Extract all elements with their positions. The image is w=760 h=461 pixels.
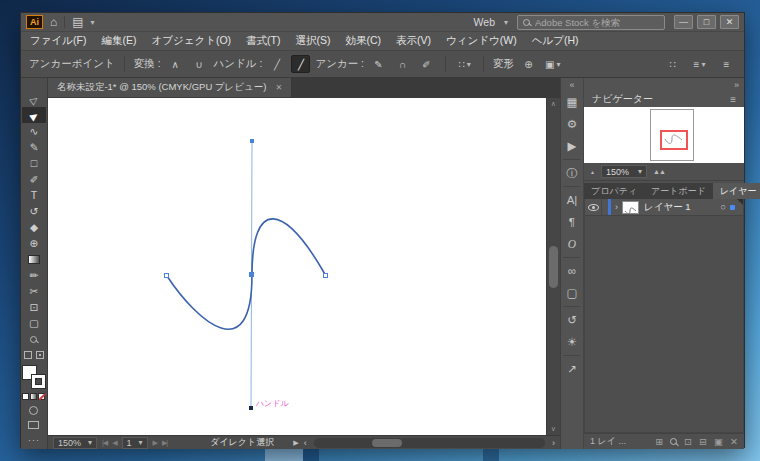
paintbrush-tool[interactable]: ✐ <box>22 171 46 187</box>
menu-window[interactable]: ウィンドウ(W) <box>446 34 517 48</box>
horizontal-scrollbar[interactable] <box>314 438 545 448</box>
scroll-right-icon[interactable]: › <box>552 438 555 448</box>
navigator-preview[interactable] <box>584 107 744 163</box>
stroke-swatch[interactable] <box>32 375 45 388</box>
menu-edit[interactable]: 編集(E) <box>101 34 136 48</box>
menu-help[interactable]: ヘルプ(H) <box>532 34 579 48</box>
target-circle-icon[interactable]: ○ <box>721 202 726 212</box>
menu-object[interactable]: オブジェクト(O) <box>151 34 231 48</box>
character-icon[interactable]: A| <box>561 189 583 211</box>
bezier-path[interactable] <box>167 219 326 329</box>
actions-play-icon[interactable]: ▶ <box>561 135 583 157</box>
tab-layers[interactable]: レイヤー <box>713 183 760 199</box>
chevron-down-icon[interactable]: ▾ <box>91 18 95 27</box>
collapse-dock-icon[interactable]: « <box>569 78 574 91</box>
last-artboard-icon[interactable]: ▶| <box>162 439 167 447</box>
edit-toolbar-button[interactable]: ··· <box>28 435 40 445</box>
info-icon[interactable]: ⓘ <box>561 162 583 184</box>
expand-dock-icon[interactable]: » <box>734 80 739 90</box>
close-button[interactable]: ✕ <box>720 15 739 29</box>
handle-endpoint-top[interactable] <box>250 139 254 143</box>
links-icon[interactable]: ∞ <box>561 260 583 282</box>
menu-effect[interactable]: 効果(C) <box>345 34 381 48</box>
search-input[interactable] <box>535 17 659 28</box>
screen-mode-icon[interactable] <box>28 421 39 429</box>
expand-layer-icon[interactable]: › <box>615 202 618 212</box>
workspace-label[interactable]: Web <box>474 16 495 28</box>
collect-for-export-icon[interactable]: ⊞ <box>655 436 663 447</box>
vertical-scrollbar[interactable]: ∧ ∨ <box>546 98 560 435</box>
libraries-icon[interactable]: ▦ <box>561 91 583 113</box>
tab-close-icon[interactable]: ✕ <box>275 83 282 92</box>
round-corner-button[interactable]: ∩ <box>393 55 412 73</box>
layers-empty-area[interactable] <box>585 216 743 432</box>
maximize-button[interactable]: □ <box>697 15 716 29</box>
color-button[interactable] <box>22 393 29 400</box>
new-layer-icon[interactable]: ▣ <box>714 436 723 447</box>
draw-normal-icon[interactable] <box>24 351 32 359</box>
anchor-point-middle-selected[interactable] <box>249 272 254 277</box>
vertical-scrollbar-thumb[interactable] <box>549 246 558 288</box>
paragraph-icon[interactable]: ¶ <box>561 211 583 233</box>
adobe-stock-search[interactable] <box>517 15 665 30</box>
home-icon[interactable]: ⌂ <box>50 16 57 28</box>
scroll-up-icon[interactable]: ∧ <box>551 100 556 108</box>
anchor-tools-button[interactable]: ✐ <box>417 55 436 73</box>
zoom-level-dropdown[interactable]: 150% ▾ <box>53 437 97 449</box>
free-transform-tool[interactable]: ⊡ <box>22 299 46 315</box>
tab-properties[interactable]: プロパティ <box>584 183 644 199</box>
align-button[interactable]: ≡ ▾ <box>690 55 709 73</box>
minimize-button[interactable]: — <box>674 15 693 29</box>
scroll-left-icon[interactable]: ‹ <box>304 438 307 448</box>
new-sublayer-icon[interactable]: ⊟ <box>699 436 707 447</box>
anchor-point-right[interactable] <box>323 273 328 278</box>
export-icon[interactable]: ↗ <box>561 358 583 380</box>
transform-link[interactable]: 変形 <box>493 57 514 71</box>
scroll-down-icon[interactable]: ∨ <box>551 425 556 433</box>
arrange-documents-icon[interactable]: ▤ <box>72 16 83 28</box>
select-similar-button[interactable]: ∷ ▾ <box>455 55 474 73</box>
chevron-down-icon[interactable]: ▾ <box>504 18 508 27</box>
rotate-tool[interactable]: ↺ <box>22 203 46 219</box>
locate-object-icon[interactable] <box>670 438 677 445</box>
artboard-tool[interactable]: ▢ <box>22 315 46 331</box>
sync-icon[interactable]: ↺ <box>561 309 583 331</box>
selection-indicator-dot[interactable] <box>730 205 735 210</box>
draw-behind-icon[interactable] <box>36 351 44 359</box>
curvature-tool[interactable]: ∿ <box>22 123 46 139</box>
navigator-zoom-in-icon[interactable]: ▲▲ <box>653 168 665 175</box>
selection-tool[interactable]: ▷ <box>22 91 46 107</box>
layer-thumbnail[interactable] <box>622 201 639 214</box>
convert-to-smooth-button[interactable]: ∪ <box>190 55 209 73</box>
layer-row[interactable]: › レイヤー 1 ○ <box>585 199 743 216</box>
clipping-mask-icon[interactable]: ⊡ <box>684 436 692 447</box>
artboard-number-dropdown[interactable]: 1 ▾ <box>122 437 148 449</box>
appearance-icon[interactable]: ☀ <box>561 331 583 353</box>
horizontal-scrollbar-thumb[interactable] <box>372 439 402 447</box>
hide-handles-button[interactable]: ╱ <box>291 55 310 73</box>
none-button[interactable] <box>38 393 45 400</box>
artboards-icon[interactable]: ▢ <box>561 282 583 304</box>
menu-view[interactable]: 表示(V) <box>396 34 431 48</box>
add-anchor-button[interactable]: ✎ <box>369 55 388 73</box>
pen-tool[interactable]: ✎ <box>22 139 46 155</box>
touch-bar-icon[interactable]: ∷ <box>663 55 682 73</box>
rectangle-tool[interactable]: □ <box>22 155 46 171</box>
opentype-icon[interactable]: O <box>561 233 583 255</box>
layer-name[interactable]: レイヤー 1 <box>644 201 691 214</box>
gradient-button[interactable] <box>30 393 37 400</box>
menu-file[interactable]: ファイル(F) <box>30 34 86 48</box>
control-bar-menu-icon[interactable]: ≡ <box>717 55 736 73</box>
menu-select[interactable]: 選択(S) <box>295 34 330 48</box>
menu-type[interactable]: 書式(T) <box>246 34 280 48</box>
prev-artboard-icon[interactable]: ◀ <box>112 439 116 447</box>
navigator-view-box[interactable] <box>660 130 688 150</box>
scissors-tool[interactable]: ✂ <box>22 283 46 299</box>
anchor-point-left[interactable] <box>164 273 169 278</box>
type-tool[interactable]: T <box>22 187 46 203</box>
first-artboard-icon[interactable]: |◀ <box>102 439 107 447</box>
navigator-zoom-out-icon[interactable]: ▲ <box>590 169 595 175</box>
document-tab[interactable]: 名称未設定-1* @ 150% (CMYK/GPU プレビュー) ✕ <box>48 78 291 97</box>
eraser-tool[interactable]: ◆ <box>22 219 46 235</box>
gears-icon[interactable]: ⚙ <box>561 113 583 135</box>
